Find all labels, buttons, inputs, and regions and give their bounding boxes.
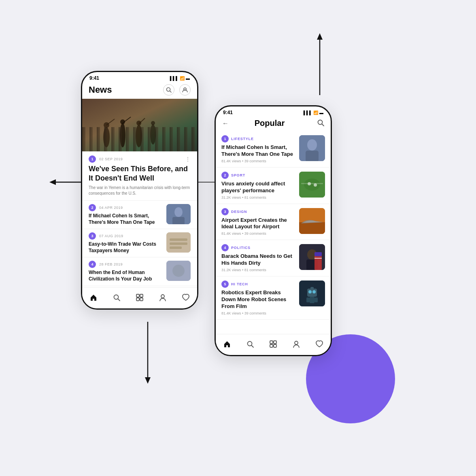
signal-icon-left: ▌▌▌ [170,76,178,81]
wifi-icon-left: 📶 [180,76,185,81]
article-date-1: 07 AUG 2019 [99,234,123,238]
popular-num-1: 2 [221,172,229,179]
popular-row-0[interactable]: 1 LIFESTYLE If Michael Cohen Is Smart, T… [216,131,331,168]
svg-rect-64 [310,287,314,289]
popular-title-2: Airport Expert Creates the Ideal Layout … [221,217,296,231]
nav-home-left[interactable] [89,293,98,302]
svg-point-60 [312,290,316,293]
battery-icon-right: ▬ [319,110,323,115]
popular-title-3: Barack Obama Needs to Get His Hands Dirt… [221,253,296,267]
popular-row-left-3: 4 POLITICS Barack Obama Needs to Get His… [221,244,296,272]
popular-thumb-1 [299,172,325,198]
nav-grid-left[interactable] [136,293,144,302]
svg-point-14 [120,123,125,147]
back-header-right: ← Popular [216,117,331,131]
svg-rect-34 [136,294,139,297]
article-date-2: 28 FEB 2019 [99,262,123,266]
svg-rect-69 [270,344,273,347]
popular-row-1[interactable]: 2 SPORT Virus anxiety could affect playe… [216,168,331,204]
popular-thumb-0 [299,135,325,161]
popular-row-left-1: 2 SPORT Virus anxiety could affect playe… [221,172,296,200]
svg-point-17 [136,121,141,125]
arrow-up [312,32,328,97]
svg-line-8 [170,91,172,93]
popular-num-4: 5 [221,280,229,288]
wifi-icon-right: 📶 [313,110,318,115]
svg-point-12 [103,127,110,147]
app-title-left: News [89,85,112,95]
article-title-1: Easy-to-Win Trade War Costs Taxpayers Mo… [89,241,163,254]
svg-marker-3 [145,377,151,384]
svg-point-24 [174,207,183,217]
svg-rect-48 [301,183,323,184]
svg-line-40 [322,124,324,126]
phone-left: 9:41 ▌▌▌ 📶 ▬ News [81,71,198,310]
popular-thumb-2 [299,208,325,234]
svg-rect-55 [314,252,322,256]
svg-rect-28 [170,242,187,245]
nav-heart-left[interactable] [182,293,190,302]
popular-row-2[interactable]: 3 DESIGN Airport Expert Creates the Idea… [216,204,331,240]
svg-rect-35 [140,294,143,297]
svg-rect-43 [306,151,319,161]
svg-rect-68 [274,341,276,344]
popular-stats-2: 81.4K views • 39 comments [221,232,296,236]
app-header-left: News [82,83,197,99]
back-button-right[interactable]: ← [222,120,229,127]
more-icon[interactable]: ⋮ [185,156,191,162]
hero-image-left [82,99,197,151]
featured-article[interactable]: 1 02 SEP 2019 ⋮ We've Seen This Before, … [82,151,197,201]
popular-cat-1: SPORT [231,173,245,177]
popular-stats-0: 81.4K views • 39 comments [221,159,296,163]
nav-home-right[interactable] [223,340,231,348]
article-row-left-0: 2 04 APR 2019 If Michael Cohen Is Smart,… [89,204,163,225]
popular-title-1: Virus anxiety could affect players' perf… [221,181,296,194]
popular-row-left-2: 3 DESIGN Airport Expert Creates the Idea… [221,208,296,236]
svg-rect-29 [170,246,182,249]
svg-rect-67 [270,341,273,344]
search-icon-right[interactable] [317,119,324,128]
svg-point-38 [161,295,164,298]
search-icon-left[interactable] [163,84,174,96]
status-bar-left: 9:41 ▌▌▌ 📶 ▬ [82,72,197,83]
svg-point-45 [304,178,320,191]
popular-cat-row-1: 2 SPORT [221,172,296,179]
popular-cat-row-2: 3 DESIGN [221,208,296,215]
nav-grid-right[interactable] [269,340,277,348]
status-icons-left: ▌▌▌ 📶 ▬ [170,76,190,81]
article-date-0: 04 APR 2019 [99,206,123,210]
article-row-2[interactable]: 4 28 FEB 2019 When the End of Human Civi… [82,257,197,286]
nav-person-left[interactable] [159,293,167,302]
arrow-down [140,320,156,385]
popular-stats-3: 31.2K views • 81 comments [221,268,296,272]
time-left: 9:41 [89,75,99,81]
nav-search-right[interactable] [246,340,254,348]
featured-title: We've Seen This Before, and It Doesn't E… [89,164,191,183]
popular-cat-row-3: 4 POLITICS [221,244,296,251]
article-row-left-2: 4 28 FEB 2019 When the End of Human Civi… [89,261,163,282]
article-thumb-1 [166,232,191,253]
popular-row-left-0: 1 LIFESTYLE If Michael Cohen Is Smart, T… [221,135,296,163]
nav-person-right[interactable] [292,340,300,348]
status-icons-right: ▌▌▌ 📶 ▬ [304,110,323,115]
nav-heart-right[interactable] [315,340,323,348]
svg-line-66 [252,345,254,347]
article-row-0[interactable]: 2 04 APR 2019 If Michael Cohen Is Smart,… [82,201,197,229]
svg-point-31 [172,265,185,277]
article-row-1[interactable]: 3 07 AUG 2019 Easy-to-Win Trade War Cost… [82,229,197,257]
article-thumb-0 [166,204,191,224]
popular-row-4[interactable]: 5 HI TECH Robotics Expert Breaks Down Mo… [216,276,331,320]
bottom-nav-left [82,287,197,308]
svg-line-33 [118,299,120,301]
popular-cat-row-4: 5 HI TECH [221,280,296,288]
nav-search-left[interactable] [113,293,121,302]
svg-point-39 [318,120,323,124]
status-bar-right: 9:41 ▌▌▌ 📶 ▬ [216,106,331,117]
svg-rect-36 [136,298,139,301]
profile-icon-left[interactable] [179,84,191,96]
article-meta-0: 2 04 APR 2019 [89,204,163,211]
popular-stats-4: 81.4K views • 39 comments [221,311,296,315]
featured-desc: The war in Yemen is a humanitarian crisi… [89,185,191,196]
svg-rect-25 [172,217,185,224]
popular-row-3[interactable]: 4 POLITICS Barack Obama Needs to Get His… [216,240,331,276]
